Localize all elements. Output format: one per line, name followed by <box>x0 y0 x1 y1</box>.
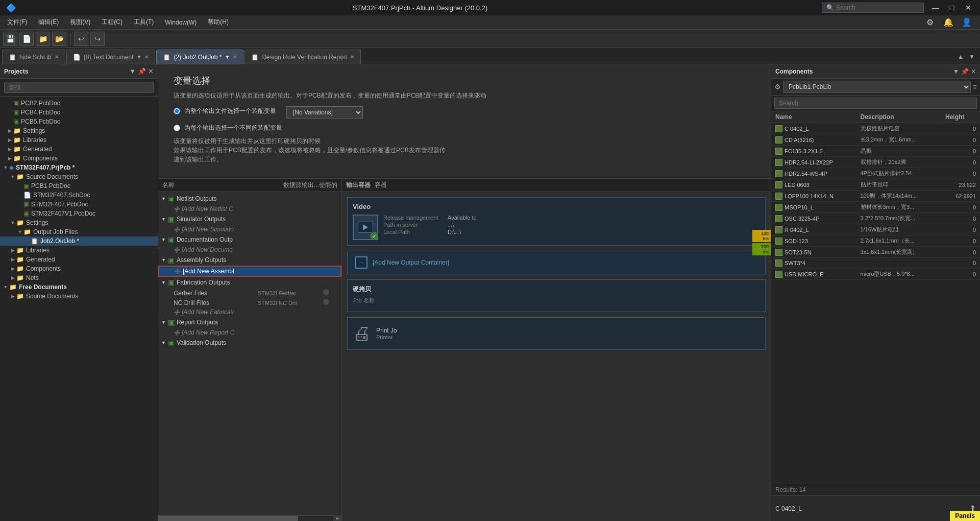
tree-item-stm32v1-pcbdoc[interactable]: ▣ STM32F407V1.PcbDoc <box>0 209 158 218</box>
save-button[interactable]: 💾 <box>3 32 17 46</box>
comp-row-13[interactable]: USB-MICRO_E micro型USB，5.9*8... 0 <box>771 269 980 280</box>
comp-row-9[interactable]: R 0402_L 1/16W贴片电阻 0 <box>771 224 980 235</box>
tree-item-pcb4[interactable]: ▣ PCB4.PcbDoc <box>0 108 158 117</box>
menu-file[interactable]: 文件(F) <box>2 16 32 28</box>
tree-item-settings-proj[interactable]: ▼ 📁 Settings <box>0 218 158 227</box>
tree-item-components-top[interactable]: ▶ 📁 Components <box>0 154 158 163</box>
project-search-input[interactable] <box>4 82 154 93</box>
tree-item-outjob-folder[interactable]: ▼ 📁 Output Job Files <box>0 227 158 236</box>
output-add-fab[interactable]: ➕ [Add New Fabricati <box>158 307 341 317</box>
group-simulator-header[interactable]: ▼ ▣ Simulator Outputs <box>158 214 341 225</box>
comp-search-area[interactable] <box>771 96 980 111</box>
menu-view[interactable]: 视图(V) <box>65 16 95 28</box>
search-input[interactable] <box>836 4 918 11</box>
tab-nav-up[interactable]: ▲ <box>955 50 966 64</box>
tree-item-stm32-schdoc[interactable]: 📄 STM32F407.SchDoc <box>0 191 158 200</box>
tree-item-libraries-top[interactable]: ▶ 📁 Libraries <box>0 135 158 145</box>
search-bar[interactable]: 🔍 <box>822 3 924 13</box>
output-ncdrill[interactable]: NC Drill Files STM32l NC Dril <box>158 298 341 307</box>
comp-search-input[interactable] <box>774 98 977 109</box>
open-folder-button[interactable]: 📁 <box>36 32 50 46</box>
scroll-right-btn[interactable]: ▶ <box>333 516 341 521</box>
tree-item-nets-proj[interactable]: ▶ 📁 Nets <box>0 273 158 282</box>
tab-drv-report[interactable]: 📋 Design Rule Verification Report ✕ <box>244 50 361 64</box>
tab-outjob[interactable]: 📋 (2) Job2.OutJob * ▼ ✕ <box>156 50 243 64</box>
group-validation-header[interactable]: ▼ ▣ Validation Outputs <box>158 337 341 348</box>
comp-row-2[interactable]: FC135-3.2X1.5 晶振 0 <box>771 146 980 157</box>
radio-each-output[interactable] <box>174 125 180 131</box>
undo-button[interactable]: ↩ <box>74 32 88 46</box>
panels-button[interactable]: Panels <box>950 511 980 521</box>
group-netlist-header[interactable]: ▼ ▣ Netlist Outputs <box>158 193 341 204</box>
redo-button[interactable]: ↪ <box>90 32 105 46</box>
tree-item-settings-top[interactable]: ▶ 📁 Settings <box>0 126 158 135</box>
output-add-sim[interactable]: ➕ [Add New Simulato <box>158 225 341 234</box>
comp-library-select[interactable]: PcbLib1.PcbLib <box>783 81 971 93</box>
comp-pin-icon[interactable]: 📌 <box>961 68 969 75</box>
tree-item-pcb2[interactable]: ▣ PCB2.PcbDoc <box>0 99 158 108</box>
tab-close-outjob[interactable]: ✕ <box>233 54 237 60</box>
comp-row-1[interactable]: CD A(3216) 长3.2mm，宽1.6mm... 0 <box>771 134 980 146</box>
tab-nav-down[interactable]: ▼ <box>967 50 977 64</box>
group-doc-header[interactable]: ▼ ▣ Documentation Outp <box>158 234 341 245</box>
tree-item-source-docs[interactable]: ▼ 📁 Source Documents <box>0 172 158 181</box>
comp-filter-icon[interactable]: ▼ <box>953 68 959 75</box>
tree-item-stm32-pcbdoc[interactable]: ▣ STM32F407.PcbDoc <box>0 200 158 209</box>
tab-dropdown-text[interactable]: ▼ <box>137 54 142 60</box>
panel-filter-icon[interactable]: ▼ <box>129 67 136 75</box>
notification-icon[interactable]: 🔔 <box>941 15 955 30</box>
comp-close-icon[interactable]: ✕ <box>971 68 976 75</box>
tab-dropdown-outjob[interactable]: ▼ <box>225 54 230 60</box>
new-button[interactable]: 📄 <box>19 32 34 46</box>
add-new-container[interactable]: → [Add New Output Container] <box>347 251 766 274</box>
menu-tools[interactable]: 工具(T) <box>129 16 159 28</box>
comp-row-8[interactable]: OSC 3225-4P 3.2*2.5*0.7mm(长宽... 0 <box>771 213 980 224</box>
minimize-button[interactable]: — <box>928 0 943 15</box>
tree-item-stm32-project[interactable]: ▼ ◆ STM32F407.PrjPcb * <box>0 163 158 172</box>
speed-indicator-2[interactable]: 220K/s <box>752 243 771 255</box>
menu-edit[interactable]: 编辑(E) <box>33 16 64 28</box>
comp-row-11[interactable]: SOT23-5N 3x1.6x1.1mm(长宽高) 0 <box>771 247 980 258</box>
user-icon[interactable]: 👤 <box>960 15 974 30</box>
comp-row-7[interactable]: MSOP10_L 塑封体长3mm，宽3... 0 <box>771 202 980 213</box>
menu-window[interactable]: Window(W) <box>160 17 202 28</box>
comp-row-6[interactable]: LQFP100 14X14_N 100脚，体宽14x14m... 62.9921 <box>771 191 980 202</box>
panel-pin-icon[interactable]: 📌 <box>138 67 146 75</box>
tree-item-pcb5[interactable]: ▣ PCB5.PcbDoc <box>0 117 158 126</box>
comp-filter-btn[interactable]: ⚙ <box>774 83 781 91</box>
menu-project[interactable]: 工程(C) <box>96 16 128 28</box>
output-add-report[interactable]: ➕ [Add New Report C <box>158 328 341 337</box>
panel-search[interactable] <box>0 79 158 97</box>
group-report-header[interactable]: ▼ ▣ Report Outputs <box>158 317 341 328</box>
comp-row-3[interactable]: HDR2.54-LI-2X22P 双排排针，20x2脚 0 <box>771 157 980 168</box>
tree-item-generated-top[interactable]: ▶ 📁 Generated <box>0 145 158 154</box>
maximize-button[interactable]: □ <box>944 0 960 15</box>
settings-icon[interactable]: ⚙ <box>923 15 937 30</box>
comp-row-5[interactable]: LED 0603 贴片带丝印 23.622 <box>771 179 980 191</box>
tab-close-drv[interactable]: ✕ <box>350 54 354 60</box>
radio-whole-output[interactable] <box>174 108 180 114</box>
output-add-doc[interactable]: ➕ [Add New Docume <box>158 245 341 254</box>
tree-item-libraries-proj[interactable]: ▶ 📁 Libraries <box>0 246 158 255</box>
open-button[interactable]: 📂 <box>52 32 66 46</box>
close-button[interactable]: ✕ <box>961 0 976 15</box>
comp-row-0[interactable]: C 0402_L 无极性贴片电容 0 <box>771 123 980 134</box>
comp-settings-icon[interactable]: ≡ <box>973 83 977 91</box>
variation-select[interactable]: [No Variations] <box>286 106 363 119</box>
output-add-netlist[interactable]: ➕ [Add New Netlist C <box>158 204 341 214</box>
speed-indicator-1[interactable]: 128K/s <box>752 230 771 242</box>
group-assembly-header[interactable]: ▼ ▣ Assembly Outputs <box>158 254 341 266</box>
output-gerber[interactable]: Gerber Files STM32l Gerber <box>158 288 341 298</box>
comp-row-12[interactable]: SWT3*4 0 <box>771 258 980 269</box>
tab-close-text[interactable]: ✕ <box>144 54 149 60</box>
tree-item-pcb1[interactable]: ▣ PCB1.PcbDoc <box>0 181 158 191</box>
comp-row-4[interactable]: HDR2.54-WS-4P 4P卧式贴片排针2.54 0 <box>771 168 980 179</box>
group-fab-header[interactable]: ▼ ▣ Fabrication Outputs <box>158 277 341 288</box>
tree-item-generated-proj[interactable]: ▶ 📁 Generated <box>0 255 158 264</box>
panel-close-icon[interactable]: ✕ <box>148 67 154 75</box>
menu-help[interactable]: 帮助(H) <box>203 16 234 28</box>
tab-close-hide[interactable]: ✕ <box>55 54 59 60</box>
tree-item-job2[interactable]: 📋 Job2.OutJob * <box>0 236 158 246</box>
output-add-assembly[interactable]: ➕ [Add New Assembl <box>158 266 341 277</box>
tree-item-source-free[interactable]: ▶ 📁 Source Documents <box>0 292 158 301</box>
